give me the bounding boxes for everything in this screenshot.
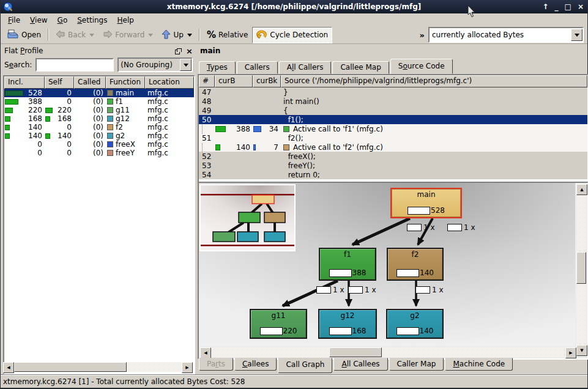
table-row[interactable]: 1400(0)f2mfg.c [4,123,194,132]
toolbar-overflow-chevron[interactable]: » [420,31,425,40]
back-dropdown-icon[interactable] [89,34,94,37]
table-row[interactable]: 140140(0)g2mfg.c [4,132,194,140]
graph-overview-minimap[interactable] [199,184,296,251]
graph-vertical-scrollbar[interactable]: ▲ ▼ [576,184,586,356]
scroll-right-icon[interactable]: ▶ [565,347,576,358]
up-button[interactable]: Up [157,27,196,43]
graph-node-f2[interactable]: f2140 [387,248,444,281]
graph-horizontal-scrollbar[interactable]: ◀ ▶ [200,347,576,357]
tab-callers[interactable]: Callers [237,61,278,74]
tab-source-code[interactable]: Source Code [390,59,453,74]
menu-item-view[interactable]: View [25,15,52,26]
flat-profile-header[interactable]: Flat Profile × [2,45,195,57]
source-line-row[interactable]: 52 freeX(); [199,152,587,161]
source-line-row[interactable]: 50 f1(); [199,115,587,124]
column-header-location[interactable]: Location [145,76,194,89]
column-header-function[interactable]: Function [106,76,145,89]
source-line-row[interactable]: 54 return 0; [199,170,587,179]
shade-button[interactable]: ↑ [543,0,549,13]
tab-callees[interactable]: Callees [234,358,277,371]
edge-call-count: 1 x [447,223,475,232]
back-button[interactable]: Back [51,28,99,43]
menu-item-file[interactable]: File [3,15,25,26]
table-row[interactable]: 00(0)freeXmfg.c [4,140,194,149]
graph-node-g11[interactable]: g11220 [250,309,307,339]
source-line-row[interactable]: 53 freeY(); [199,161,587,170]
relative-toggle-button[interactable]: % Relative [203,27,252,43]
node-cost: 528 [408,206,445,215]
cycle-detection-toggle-button[interactable]: Cycle Detection [252,27,332,43]
graph-node-g12[interactable]: g12168 [318,309,377,339]
node-cost-value: 140 [420,269,434,277]
active-call-row[interactable]: 38834Active call to 'f1' (mfg.c) [199,124,587,133]
open-button[interactable]: Open [3,27,45,43]
tab-machine-code[interactable]: Machine Code [445,358,513,371]
scrollbar-thumb[interactable] [576,252,586,284]
app-icon[interactable] [3,2,13,12]
scrollbar-thumb[interactable] [14,362,127,372]
minimize-button[interactable]: _ [555,0,559,13]
graph-node-g2[interactable]: g2140 [386,309,444,339]
call-graph-canvas[interactable]: main528f1388f2140g11220g12168g2140 1 x1 … [199,183,575,346]
grouping-select[interactable]: (No Grouping) [117,57,193,72]
table-row[interactable]: 220220(0)g11mfg.c [4,106,194,114]
curb-value: 140 [236,143,250,152]
flat-profile-horizontal-scrollbar[interactable]: ◀ ▶ [3,362,193,372]
function-color-icon [107,98,113,105]
titlebar[interactable]: xtmemory.kcg.6274 [/home/philippe/valgri… [1,0,587,13]
scrollbar-thumb[interactable] [329,347,382,357]
menu-item-go[interactable]: Go [53,15,73,26]
close-panel-icon[interactable]: × [186,47,193,55]
scroll-left-icon[interactable]: ◀ [200,347,211,358]
node-cost: 168 [329,327,367,335]
source-line-row[interactable]: 47} [199,87,587,97]
grouping-dropdown-button[interactable] [180,59,192,71]
close-button[interactable]: × [578,0,584,13]
incl-cell: 168 [4,114,45,123]
table-row[interactable]: 168168(0)g12mfg.c [4,114,194,123]
column-header-incl[interactable]: Incl. [4,76,45,89]
tab-callee-map[interactable]: Callee Map [332,61,389,74]
scroll-down-icon[interactable]: ▼ [576,345,587,356]
up-dropdown-icon[interactable] [187,34,192,37]
source-column-header[interactable]: curBk [253,75,281,87]
event-type-dropdown-button[interactable] [571,29,582,41]
tab-caller-map[interactable]: Caller Map [389,358,444,371]
table-row[interactable]: 00(0)freeYmfg.c [4,149,194,157]
scroll-up-icon[interactable]: ▲ [576,184,587,195]
line-number: 52 [199,152,215,161]
column-header-self[interactable]: Self [45,76,74,89]
source-line-row[interactable]: 48int main() [199,97,587,106]
tab-types[interactable]: Types [199,61,236,74]
scroll-left-icon[interactable]: ◀ [3,362,14,373]
column-header-called[interactable]: Called [74,76,106,89]
tab-all-callers[interactable]: All Callers [279,61,332,74]
graph-node-f1[interactable]: f1388 [319,248,376,281]
forward-button[interactable]: Forward [99,28,157,43]
event-type-select[interactable]: currently allocated Bytes [428,27,584,43]
table-row[interactable]: 3880(0)f1mfg.c [4,97,194,106]
node-label: g2 [410,311,419,320]
source-column-header[interactable]: curB [215,75,253,87]
called-cell: (0) [74,106,106,114]
function-name: freeY [116,149,135,157]
menu-item-settings[interactable]: Settings [72,15,112,26]
graph-node-main[interactable]: main528 [390,188,462,218]
active-call-row[interactable]: 1407Active call to 'f2' (mfg.c) [199,143,587,152]
incl-value: 388 [28,97,42,106]
maximize-button[interactable]: □ [565,0,571,13]
table-row[interactable]: 5280(0)mainmfg.c [4,89,194,97]
scroll-right-icon[interactable]: ▶ [182,362,193,373]
tab-call-graph[interactable]: Call Graph [278,358,332,373]
source-code-text: } [281,88,587,97]
forward-dropdown-icon[interactable] [148,34,153,37]
called-cell: (0) [74,97,106,106]
source-line-row[interactable]: 49{ [199,106,587,115]
menu-item-help[interactable]: Help [112,15,138,26]
float-panel-icon[interactable] [175,48,181,54]
tab-all-callees[interactable]: All Callees [333,358,387,371]
source-line-row[interactable]: 51 f2(); [199,133,587,143]
search-input[interactable] [35,58,114,72]
source-column-header[interactable]: # [199,75,215,87]
source-column-header[interactable]: Source ('/home/philippe/valgrind/littlep… [281,75,587,87]
